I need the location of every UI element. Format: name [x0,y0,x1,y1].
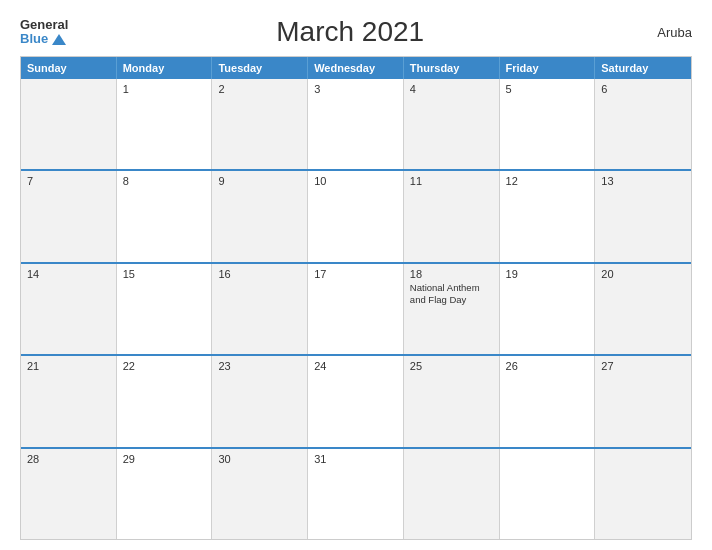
day-number: 4 [410,83,493,95]
day-number: 20 [601,268,685,280]
day-number: 14 [27,268,110,280]
day-number: 22 [123,360,206,372]
logo-general-text: General [20,18,68,32]
day-number: 2 [218,83,301,95]
calendar-cell [404,449,500,539]
weekday-header-sunday: Sunday [21,57,117,79]
calendar-cell: 14 [21,264,117,354]
day-number: 19 [506,268,589,280]
calendar-cell: 28 [21,449,117,539]
calendar-week-3: 1415161718National Anthem and Flag Day19… [21,262,691,354]
day-number: 13 [601,175,685,187]
day-number: 7 [27,175,110,187]
day-number: 3 [314,83,397,95]
calendar-cell: 26 [500,356,596,446]
day-number: 28 [27,453,110,465]
weekday-header-friday: Friday [500,57,596,79]
day-number: 8 [123,175,206,187]
calendar-cell: 12 [500,171,596,261]
calendar-cell: 16 [212,264,308,354]
logo-blue-text: Blue [20,32,68,46]
logo: General Blue [20,18,68,47]
header: General Blue March 2021 Aruba [20,16,692,48]
day-number: 21 [27,360,110,372]
calendar-cell: 6 [595,79,691,169]
logo-triangle-icon [52,34,66,45]
calendar-cell: 11 [404,171,500,261]
calendar-cell: 21 [21,356,117,446]
day-number: 5 [506,83,589,95]
calendar-cell: 22 [117,356,213,446]
calendar-cell: 17 [308,264,404,354]
day-number: 25 [410,360,493,372]
day-number: 10 [314,175,397,187]
calendar-header: SundayMondayTuesdayWednesdayThursdayFrid… [21,57,691,79]
page: General Blue March 2021 Aruba SundayMond… [0,0,712,550]
weekday-header-thursday: Thursday [404,57,500,79]
calendar-cell: 15 [117,264,213,354]
day-number: 1 [123,83,206,95]
calendar-cell: 3 [308,79,404,169]
day-number: 18 [410,268,493,280]
day-number: 17 [314,268,397,280]
calendar-cell: 13 [595,171,691,261]
day-number: 24 [314,360,397,372]
calendar-cell: 18National Anthem and Flag Day [404,264,500,354]
calendar-cell [595,449,691,539]
calendar-cell [21,79,117,169]
weekday-header-saturday: Saturday [595,57,691,79]
day-number: 6 [601,83,685,95]
event-label: National Anthem and Flag Day [410,282,493,307]
day-number: 16 [218,268,301,280]
calendar-cell: 9 [212,171,308,261]
calendar-week-5: 28293031 [21,447,691,539]
calendar-cell: 1 [117,79,213,169]
calendar-cell: 23 [212,356,308,446]
calendar-cell: 24 [308,356,404,446]
weekday-header-wednesday: Wednesday [308,57,404,79]
day-number: 11 [410,175,493,187]
calendar-cell: 27 [595,356,691,446]
calendar-cell: 4 [404,79,500,169]
calendar-week-2: 78910111213 [21,169,691,261]
weekday-header-tuesday: Tuesday [212,57,308,79]
calendar-cell: 5 [500,79,596,169]
calendar-cell: 19 [500,264,596,354]
day-number: 31 [314,453,397,465]
calendar-cell: 29 [117,449,213,539]
day-number: 12 [506,175,589,187]
day-number: 30 [218,453,301,465]
weekday-header-monday: Monday [117,57,213,79]
day-number: 9 [218,175,301,187]
day-number: 27 [601,360,685,372]
month-title: March 2021 [68,16,632,48]
day-number: 29 [123,453,206,465]
calendar-week-1: 123456 [21,79,691,169]
calendar-cell: 20 [595,264,691,354]
calendar-cell: 31 [308,449,404,539]
calendar-cell: 8 [117,171,213,261]
calendar-cell: 7 [21,171,117,261]
calendar: SundayMondayTuesdayWednesdayThursdayFrid… [20,56,692,540]
country-label: Aruba [632,25,692,40]
calendar-cell: 30 [212,449,308,539]
day-number: 26 [506,360,589,372]
calendar-cell: 25 [404,356,500,446]
calendar-week-4: 21222324252627 [21,354,691,446]
calendar-cell: 10 [308,171,404,261]
calendar-cell: 2 [212,79,308,169]
day-number: 15 [123,268,206,280]
calendar-body: 123456789101112131415161718National Anth… [21,79,691,539]
day-number: 23 [218,360,301,372]
calendar-cell [500,449,596,539]
